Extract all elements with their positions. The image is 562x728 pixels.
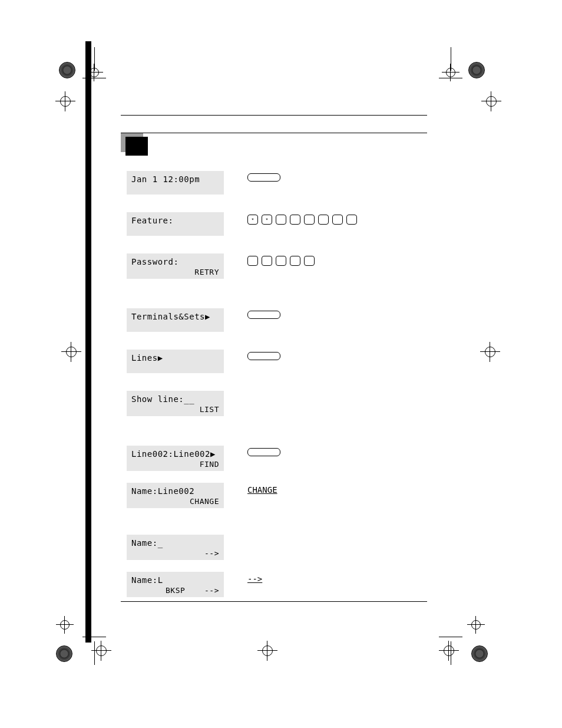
lcd-display: Show line:__LIST xyxy=(127,391,224,416)
lcd-display: Name:LBKSP--> xyxy=(127,572,224,597)
lcd-line1: Line002:Line002▶ xyxy=(131,449,219,459)
keypad-key-icon[interactable]: * xyxy=(262,215,272,225)
keypad-key-icon[interactable] xyxy=(290,256,300,266)
softkey[interactable]: CHANGE xyxy=(190,497,219,506)
softkey[interactable]: FIND xyxy=(200,460,219,469)
lcd-line1: Jan 1 12:00pm xyxy=(131,174,219,184)
lcd-display: Lines▶ xyxy=(127,350,224,373)
keypad-key-icon[interactable] xyxy=(247,256,258,266)
softkey[interactable]: RETRY xyxy=(194,268,219,276)
keypad-key-icon[interactable] xyxy=(276,256,286,266)
instruction-row: Name:Line002CHANGECHANGE xyxy=(127,483,427,508)
lcd-line1: Name:Line002 xyxy=(131,486,219,496)
crop-mark-bc xyxy=(257,641,277,661)
crop-mark-tr-extra xyxy=(481,91,501,111)
row-action: CHANGE xyxy=(247,483,277,495)
crop-mark-br-extra xyxy=(439,641,459,661)
lcd-line1: Terminals&Sets▶ xyxy=(131,312,219,321)
keypad-key-icon[interactable]: * xyxy=(247,215,258,225)
crop-mark-ml xyxy=(61,342,81,362)
softkey[interactable]: --> xyxy=(204,549,219,558)
page-sidebar-black xyxy=(85,41,91,643)
keypad-key-icon[interactable] xyxy=(332,215,343,225)
rule-bottom xyxy=(121,601,427,602)
lcd-line1: Name:L xyxy=(131,575,219,585)
row-action xyxy=(247,171,280,182)
instruction-row: Feature:** xyxy=(127,212,427,236)
row-action: --> xyxy=(247,572,262,584)
keypad-key-icon[interactable] xyxy=(276,215,286,225)
crop-mark-bl-extra xyxy=(91,641,111,661)
lcd-display: Jan 1 12:00pm xyxy=(127,171,224,195)
lcd-line1: Name:_ xyxy=(131,538,219,548)
keypad-key-icon[interactable] xyxy=(262,256,272,266)
lcd-display: Line002:Line002▶FIND xyxy=(127,446,224,471)
instruction-rows: Jan 1 12:00pmFeature:**Password:RETRYTer… xyxy=(127,171,427,597)
crop-mark-tl-extra xyxy=(55,91,75,111)
section-marker xyxy=(121,133,151,157)
instruction-row: Password:RETRY xyxy=(127,253,427,279)
lcd-line1: Password: xyxy=(131,257,219,266)
lcd-display: Name:_--> xyxy=(127,535,224,560)
lcd-display: Name:Line002CHANGE xyxy=(127,483,224,508)
instruction-row: Terminals&Sets▶ xyxy=(127,308,427,332)
rule-top xyxy=(121,115,427,116)
keypad-key-icon[interactable] xyxy=(290,215,300,225)
lcd-display: Terminals&Sets▶ xyxy=(127,308,224,332)
row-action xyxy=(247,446,280,456)
softkey[interactable]: --> xyxy=(204,586,219,595)
row-action xyxy=(247,253,315,266)
keypad-key-icon[interactable] xyxy=(304,256,315,266)
lcd-line1: Feature: xyxy=(131,216,219,225)
row-action xyxy=(247,350,280,360)
rule-heading xyxy=(121,133,427,133)
instruction-row: Name:LBKSP-->--> xyxy=(127,572,427,597)
row-action: ** xyxy=(247,212,357,225)
row-action xyxy=(247,308,280,319)
lcd-display: Password:RETRY xyxy=(127,253,224,279)
button-icon[interactable] xyxy=(247,173,280,182)
press-softkey[interactable]: CHANGE xyxy=(247,485,277,495)
keypad-key-icon[interactable] xyxy=(304,215,315,225)
crop-mark-mr xyxy=(480,342,500,362)
softkey[interactable]: LIST xyxy=(200,405,219,414)
softkey[interactable]: BKSP xyxy=(166,586,185,595)
lcd-line1: Lines▶ xyxy=(131,353,219,363)
button-icon[interactable] xyxy=(247,311,280,319)
lcd-display: Feature: xyxy=(127,212,224,236)
instruction-row: Name:_--> xyxy=(127,535,427,560)
instruction-row: Lines▶ xyxy=(127,350,427,373)
instruction-row: Jan 1 12:00pm xyxy=(127,171,427,195)
keypad-key-icon[interactable] xyxy=(318,215,329,225)
keypad-key-icon[interactable] xyxy=(346,215,357,225)
instruction-row: Line002:Line002▶FIND xyxy=(127,446,427,471)
button-icon[interactable] xyxy=(247,448,280,456)
button-icon[interactable] xyxy=(247,352,280,360)
instruction-row: Show line:__LIST xyxy=(127,391,427,416)
press-softkey[interactable]: --> xyxy=(247,574,262,584)
lcd-line1: Show line:__ xyxy=(131,394,219,404)
